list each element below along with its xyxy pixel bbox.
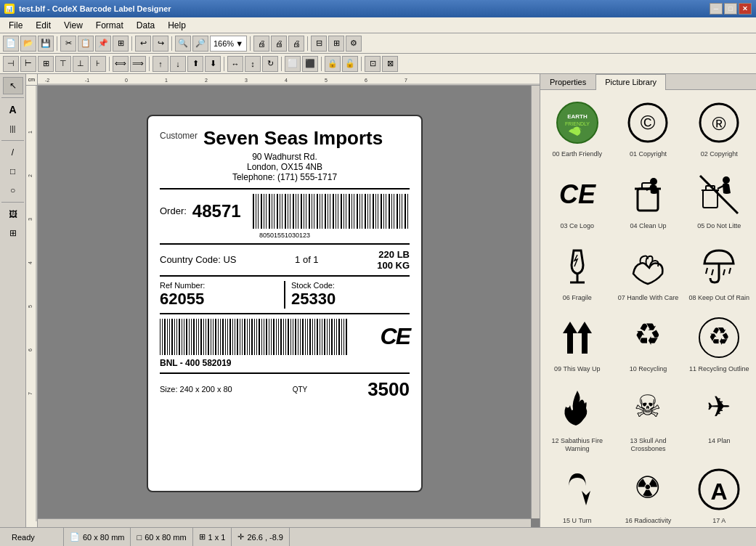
menu-edit[interactable]: Edit: [30, 19, 57, 32]
close-button[interactable]: ✕: [739, 3, 752, 15]
svg-text:5: 5: [28, 305, 33, 308]
align-top-button[interactable]: ⊤: [55, 56, 71, 72]
sep5: [307, 36, 308, 51]
print2-button[interactable]: 🖨: [288, 36, 304, 52]
save-button[interactable]: 💾: [38, 36, 54, 52]
shape-tool[interactable]: ⊞: [3, 224, 23, 242]
paste2-button[interactable]: ⊞: [113, 36, 129, 52]
paste-button[interactable]: 📌: [95, 36, 111, 52]
status-coords: ✛ 26.6 , -8.9: [232, 528, 290, 546]
maximize-button[interactable]: □: [724, 3, 737, 15]
settings-button[interactable]: ⚙: [346, 36, 362, 52]
pic-item-00[interactable]: EARTH FRIENDLY 00 Earth Friendly: [543, 93, 611, 162]
vertical-scrollbar[interactable]: [531, 86, 540, 518]
align-left-button[interactable]: ⊣: [3, 56, 19, 72]
menu-format[interactable]: Format: [90, 19, 129, 32]
pic-item-13[interactable]: ☠ 13 Skull And Crossbones: [614, 380, 683, 457]
pic-item-06[interactable]: 06 Fragile: [543, 237, 611, 306]
pic-item-07[interactable]: 07 Handle With Care: [614, 237, 683, 306]
align-middle-button[interactable]: ⊥: [73, 56, 89, 72]
redo-button[interactable]: ↪: [153, 36, 168, 52]
cut-button[interactable]: ✂: [60, 36, 76, 52]
minimize-button[interactable]: ─: [710, 3, 723, 15]
group-button[interactable]: ⬜: [285, 56, 301, 72]
flip-v-button[interactable]: ↕: [245, 56, 261, 72]
oval-tool[interactable]: ○: [3, 182, 23, 199]
ungroup-button[interactable]: ⬛: [302, 56, 318, 72]
order-back-button[interactable]: ↓: [170, 56, 186, 72]
pic-item-04[interactable]: 04 Clean Up: [614, 165, 683, 234]
align-bottom-button[interactable]: ⊦: [90, 56, 106, 72]
barcode1: [253, 194, 410, 229]
canvas-content[interactable]: Customer Seven Seas Imports 90 Wadhurst …: [38, 86, 531, 518]
barcode-tool[interactable]: |||: [3, 120, 23, 137]
undo-button[interactable]: ↩: [135, 36, 151, 52]
db-button[interactable]: ⊡: [365, 56, 381, 72]
pic-item-11[interactable]: ♻ 11 Recycling Outline: [685, 308, 753, 377]
distribute-v-button[interactable]: ⟹: [130, 56, 146, 72]
zoom-in-button[interactable]: 🔎: [192, 36, 208, 52]
menu-help[interactable]: Help: [162, 19, 192, 32]
zoom-dropdown[interactable]: 166% ▼: [210, 36, 247, 52]
barcode2: [160, 319, 349, 355]
lock-button[interactable]: 🔒: [325, 56, 341, 72]
pic-item-02[interactable]: ® 02 Copyright: [685, 93, 753, 162]
flip-h-button[interactable]: ↔: [227, 56, 243, 72]
label-card[interactable]: Customer Seven Seas Imports 90 Wadhurst …: [147, 115, 423, 492]
svg-text:EARTH: EARTH: [567, 113, 588, 120]
pic-item-09[interactable]: 09 This Way Up: [543, 308, 611, 377]
rotate-button[interactable]: ↻: [262, 56, 278, 72]
line-tool[interactable]: /: [3, 144, 23, 161]
copy-button[interactable]: 📋: [78, 36, 94, 52]
picture-library-content: EARTH FRIENDLY 00 Earth Friendly © 01 C: [540, 90, 756, 527]
pic-item-10[interactable]: ♻ 10 Recycling: [614, 308, 683, 377]
pic-item-17[interactable]: A 17 A: [685, 460, 753, 527]
text-tool[interactable]: A: [3, 101, 23, 118]
menu-view[interactable]: View: [58, 19, 89, 32]
ruler-corner: cm: [26, 74, 38, 86]
tab-picture-library[interactable]: Picture Library: [596, 74, 666, 90]
svg-text:3: 3: [28, 218, 33, 221]
horizontal-scrollbar[interactable]: [38, 518, 531, 527]
unlock-button[interactable]: 🔓: [342, 56, 358, 72]
preview-button[interactable]: 🖨: [253, 36, 269, 52]
select-tool[interactable]: ↖: [3, 77, 23, 94]
distribute-h-button[interactable]: ⟺: [113, 56, 129, 72]
pic-item-15[interactable]: 15 U Turn: [543, 460, 611, 527]
zoom-chevron-icon[interactable]: ▼: [235, 39, 243, 48]
menu-file[interactable]: File: [3, 19, 28, 32]
tab-properties[interactable]: Properties: [540, 74, 596, 89]
ce-logo-icon: CE: [551, 168, 603, 221]
order-backward-button[interactable]: ⬇: [205, 56, 221, 72]
menu-data[interactable]: Data: [131, 19, 160, 32]
new-button[interactable]: 📄: [3, 36, 19, 52]
country-label: Country Code: US: [160, 254, 237, 265]
pic-label-17: 17 A: [712, 517, 725, 525]
pic-label-13: 13 Skull And Crossbones: [618, 437, 679, 453]
db2-button[interactable]: ⊠: [382, 56, 398, 72]
align-right-button[interactable]: ⊞: [38, 56, 54, 72]
window-controls[interactable]: ─ □ ✕: [710, 3, 752, 15]
pic-item-08[interactable]: 08 Keep Out Of Rain: [685, 237, 753, 306]
pic-label-05: 05 Do Not Litte: [697, 222, 741, 230]
picture-tool[interactable]: 🖼: [3, 205, 23, 223]
pic-item-14[interactable]: ✈ 14 Plan: [685, 380, 753, 457]
zoom-out-button[interactable]: 🔍: [175, 36, 191, 52]
order-forward-button[interactable]: ⬆: [187, 56, 203, 72]
order-row: Order: 48571: [160, 194, 410, 229]
svg-text:7: 7: [405, 78, 407, 83]
order-front-button[interactable]: ↑: [153, 56, 168, 72]
grid-button[interactable]: ⊞: [328, 36, 344, 52]
print-button[interactable]: 🖨: [271, 36, 287, 52]
svg-text:®: ®: [712, 113, 726, 134]
open-button[interactable]: 📂: [20, 36, 36, 52]
pic-item-16[interactable]: ☢ 16 Radioactivity: [614, 460, 683, 527]
rect-tool[interactable]: □: [3, 163, 23, 180]
pic-item-12[interactable]: 12 Sabathius Fire Warning: [543, 380, 611, 457]
align-center-button[interactable]: ⊢: [20, 56, 36, 72]
pic-item-01[interactable]: © 01 Copyright: [614, 93, 683, 162]
qty-label: QTY: [293, 386, 308, 394]
pic-item-03[interactable]: CE 03 Ce Logo: [543, 165, 611, 234]
pic-item-05[interactable]: 05 Do Not Litte: [685, 165, 753, 234]
field-button[interactable]: ⊟: [311, 36, 327, 52]
